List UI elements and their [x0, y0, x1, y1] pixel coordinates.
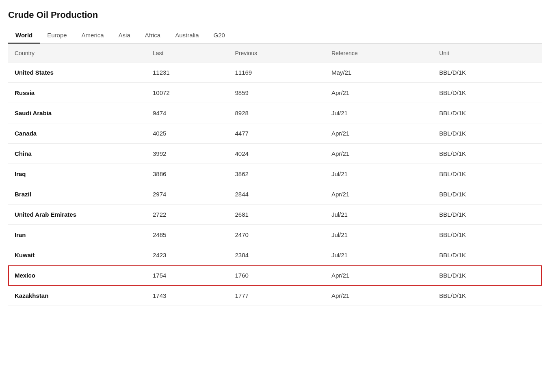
- table-row[interactable]: Kazakhstan17431777Apr/21BBL/D/1K: [8, 286, 542, 306]
- column-header-reference: Reference: [325, 44, 433, 62]
- data-table: CountryLastPreviousReferenceUnit United …: [8, 44, 542, 306]
- cell-unit: BBL/D/1K: [433, 123, 542, 144]
- tab-asia[interactable]: Asia: [111, 28, 138, 44]
- cell-unit: BBL/D/1K: [433, 184, 542, 205]
- table-row[interactable]: Canada40254477Apr/21BBL/D/1K: [8, 123, 542, 144]
- table-row[interactable]: Brazil29742844Apr/21BBL/D/1K: [8, 184, 542, 205]
- cell-country: United States: [8, 62, 146, 83]
- tabs-container: WorldEuropeAmericaAsiaAfricaAustraliaG20: [8, 28, 542, 44]
- cell-last: 3886: [146, 164, 228, 184]
- table-row[interactable]: China39924024Apr/21BBL/D/1K: [8, 144, 542, 164]
- cell-previous: 1760: [228, 265, 325, 286]
- cell-unit: BBL/D/1K: [433, 245, 542, 265]
- cell-reference: Apr/21: [325, 83, 433, 103]
- cell-last: 11231: [146, 62, 228, 83]
- cell-previous: 4024: [228, 144, 325, 164]
- tab-africa[interactable]: Africa: [138, 28, 168, 44]
- cell-reference: Jul/21: [325, 205, 433, 225]
- cell-country: Russia: [8, 83, 146, 103]
- cell-previous: 2384: [228, 245, 325, 265]
- cell-country: Kuwait: [8, 245, 146, 265]
- cell-unit: BBL/D/1K: [433, 225, 542, 245]
- tab-g20[interactable]: G20: [206, 28, 232, 44]
- cell-last: 2485: [146, 225, 228, 245]
- cell-unit: BBL/D/1K: [433, 83, 542, 103]
- cell-unit: BBL/D/1K: [433, 62, 542, 83]
- table-row[interactable]: Iran24852470Jul/21BBL/D/1K: [8, 225, 542, 245]
- table-row[interactable]: Kuwait24232384Jul/21BBL/D/1K: [8, 245, 542, 265]
- cell-reference: Jul/21: [325, 245, 433, 265]
- cell-previous: 8928: [228, 103, 325, 123]
- cell-country: Iraq: [8, 164, 146, 184]
- table-header-row: CountryLastPreviousReferenceUnit: [8, 44, 542, 62]
- cell-reference: Jul/21: [325, 103, 433, 123]
- cell-unit: BBL/D/1K: [433, 265, 542, 286]
- tab-world[interactable]: World: [8, 28, 40, 44]
- cell-reference: Jul/21: [325, 225, 433, 245]
- cell-previous: 9859: [228, 83, 325, 103]
- cell-previous: 1777: [228, 286, 325, 306]
- cell-previous: 3862: [228, 164, 325, 184]
- cell-last: 2423: [146, 245, 228, 265]
- cell-previous: 2844: [228, 184, 325, 205]
- cell-last: 4025: [146, 123, 228, 144]
- cell-unit: BBL/D/1K: [433, 286, 542, 306]
- table-row[interactable]: Russia100729859Apr/21BBL/D/1K: [8, 83, 542, 103]
- tab-europe[interactable]: Europe: [40, 28, 74, 44]
- cell-last: 2722: [146, 205, 228, 225]
- cell-country: Brazil: [8, 184, 146, 205]
- cell-reference: Apr/21: [325, 123, 433, 144]
- cell-reference: May/21: [325, 62, 433, 83]
- cell-country: Mexico: [8, 265, 146, 286]
- cell-country: United Arab Emirates: [8, 205, 146, 225]
- cell-country: Iran: [8, 225, 146, 245]
- tab-america[interactable]: America: [74, 28, 111, 44]
- cell-reference: Apr/21: [325, 184, 433, 205]
- cell-last: 9474: [146, 103, 228, 123]
- cell-unit: BBL/D/1K: [433, 103, 542, 123]
- cell-unit: BBL/D/1K: [433, 164, 542, 184]
- cell-previous: 11169: [228, 62, 325, 83]
- cell-last: 1754: [146, 265, 228, 286]
- cell-country: China: [8, 144, 146, 164]
- cell-reference: Apr/21: [325, 144, 433, 164]
- table-row[interactable]: Saudi Arabia94748928Jul/21BBL/D/1K: [8, 103, 542, 123]
- cell-last: 3992: [146, 144, 228, 164]
- column-header-unit: Unit: [433, 44, 542, 62]
- cell-last: 1743: [146, 286, 228, 306]
- cell-previous: 2470: [228, 225, 325, 245]
- cell-last: 2974: [146, 184, 228, 205]
- column-header-last: Last: [146, 44, 228, 62]
- table-row[interactable]: Mexico17541760Apr/21BBL/D/1K: [8, 265, 542, 286]
- cell-country: Saudi Arabia: [8, 103, 146, 123]
- tab-australia[interactable]: Australia: [168, 28, 206, 44]
- cell-previous: 4477: [228, 123, 325, 144]
- cell-country: Kazakhstan: [8, 286, 146, 306]
- column-header-previous: Previous: [228, 44, 325, 62]
- cell-reference: Apr/21: [325, 265, 433, 286]
- cell-unit: BBL/D/1K: [433, 144, 542, 164]
- cell-country: Canada: [8, 123, 146, 144]
- cell-last: 10072: [146, 83, 228, 103]
- table-row[interactable]: United States1123111169May/21BBL/D/1K: [8, 62, 542, 83]
- page-title: Crude Oil Production: [8, 10, 542, 20]
- column-header-country: Country: [8, 44, 146, 62]
- table-row[interactable]: United Arab Emirates27222681Jul/21BBL/D/…: [8, 205, 542, 225]
- cell-previous: 2681: [228, 205, 325, 225]
- cell-reference: Apr/21: [325, 286, 433, 306]
- table-row[interactable]: Iraq38863862Jul/21BBL/D/1K: [8, 164, 542, 184]
- cell-unit: BBL/D/1K: [433, 205, 542, 225]
- cell-reference: Jul/21: [325, 164, 433, 184]
